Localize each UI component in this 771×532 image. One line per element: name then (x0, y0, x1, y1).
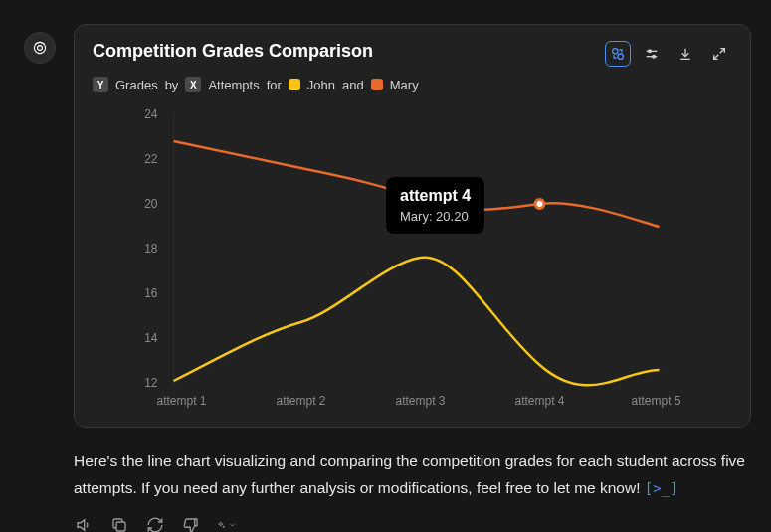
y-tick-12: 12 (144, 376, 158, 390)
y-tick-24: 24 (144, 107, 158, 121)
chart-plot-area[interactable]: 24 22 20 18 16 14 12 attempt 1 attempt 2… (93, 104, 732, 413)
audio-icon (75, 516, 93, 532)
x-tick-4: attempt 4 (514, 394, 564, 408)
y-tick-16: 16 (144, 286, 158, 300)
x-tick-3: attempt 3 (395, 394, 445, 408)
svg-point-6 (653, 55, 656, 58)
y-axis-badge: Y (93, 77, 108, 92)
sparkle-icon (217, 516, 226, 532)
chart-toolbar (605, 41, 732, 67)
download-button[interactable] (673, 41, 698, 67)
y-axis-label: Grades (115, 78, 158, 92)
svg-point-0 (38, 46, 43, 51)
chart-svg: 24 22 20 18 16 14 12 attempt 1 attempt 2… (93, 104, 732, 413)
legend-swatch-mary (371, 79, 383, 90)
svg-point-5 (649, 50, 652, 53)
x-tick-5: attempt 5 (631, 394, 680, 408)
download-icon (677, 46, 693, 62)
assistant-message: Competition Grades Comparison Y Grades b… (74, 24, 751, 532)
legend-by: by (165, 78, 179, 92)
expand-button[interactable] (706, 41, 732, 67)
svg-point-2 (618, 54, 623, 59)
color-switch-icon (610, 46, 626, 62)
x-tick-2: attempt 2 (276, 394, 325, 408)
x-tick-1: attempt 1 (156, 394, 206, 408)
series-line-john (174, 258, 660, 386)
y-tick-14: 14 (144, 331, 158, 345)
chart-title: Competition Grades Comparison (93, 41, 373, 62)
assistant-description: Here's the line chart visualizing and co… (74, 447, 751, 501)
expand-icon (711, 46, 727, 62)
more-options-button[interactable] (217, 515, 237, 532)
chart-card: Competition Grades Comparison Y Grades b… (74, 24, 751, 428)
regenerate-icon (146, 516, 164, 532)
legend-and: and (342, 78, 364, 92)
legend-swatch-john (289, 79, 300, 90)
series-line-mary (174, 141, 660, 227)
card-header: Competition Grades Comparison (93, 41, 732, 67)
adjust-button[interactable] (639, 41, 665, 67)
thumbs-down-icon (182, 516, 200, 532)
y-ticks: 24 22 20 18 16 14 12 (144, 107, 158, 390)
thumbs-down-button[interactable] (181, 515, 201, 532)
y-tick-22: 22 (144, 152, 158, 166)
x-axis-label: Attempts (208, 78, 259, 92)
regenerate-button[interactable] (145, 515, 165, 532)
y-tick-20: 20 (144, 197, 158, 211)
message-actions (74, 515, 751, 532)
x-axis-badge: X (185, 77, 201, 92)
y-tick-18: 18 (144, 242, 158, 256)
hover-marker (535, 200, 544, 209)
code-reference-link[interactable]: [>_] (645, 480, 678, 496)
legend-for: for (267, 78, 282, 92)
chart-legend: Y Grades by X Attempts for John and Mary (93, 77, 732, 92)
legend-series-john: John (307, 78, 335, 92)
svg-point-1 (613, 49, 618, 54)
assistant-avatar (24, 32, 56, 64)
color-switch-button[interactable] (605, 41, 631, 67)
read-aloud-button[interactable] (74, 515, 94, 532)
sliders-icon (644, 46, 660, 62)
svg-rect-7 (116, 522, 125, 531)
legend-series-mary: Mary (390, 78, 419, 92)
openai-logo-icon (31, 39, 49, 57)
copy-button[interactable] (109, 515, 129, 532)
copy-icon (110, 516, 128, 532)
chevron-down-icon (228, 516, 237, 532)
